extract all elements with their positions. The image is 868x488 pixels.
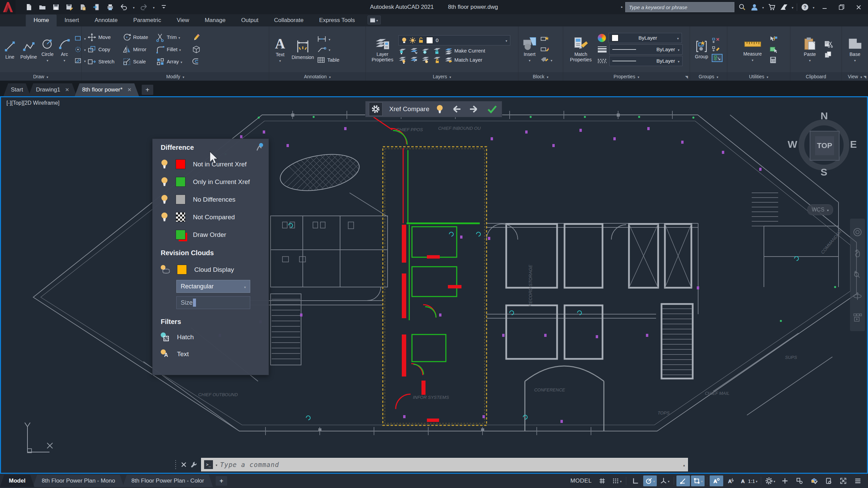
select-similar-button[interactable] [769, 46, 778, 53]
lineweight-caret[interactable] [678, 46, 679, 52]
autodesk-caret-icon[interactable] [792, 4, 793, 10]
erase-button[interactable] [192, 33, 201, 42]
layout-tab-mono[interactable]: 8th Floor Power Plan - Mono [33, 475, 124, 487]
grid-toggle[interactable] [595, 475, 609, 486]
utilities-panel-label[interactable]: Utilities [727, 72, 790, 81]
tab-annotate[interactable]: Annotate [87, 15, 125, 26]
stretch-button[interactable]: Stretch [87, 57, 115, 66]
tab-view[interactable]: View [169, 15, 197, 26]
restore-icon[interactable] [835, 2, 848, 12]
redo-icon[interactable] [139, 3, 148, 12]
customize-button[interactable] [851, 475, 865, 486]
modify-panel-label[interactable]: Modify [82, 72, 269, 81]
save-web-mobile-icon[interactable] [92, 3, 101, 12]
group-button[interactable]: Group [692, 28, 711, 71]
properties-dialog-launcher[interactable]: ◥ [685, 75, 688, 79]
search-expand-icon[interactable] [618, 6, 624, 8]
linetype-combo[interactable]: ByLayer [609, 56, 683, 66]
undo-caret-icon[interactable] [133, 4, 135, 10]
polar-tracking-toggle[interactable] [643, 475, 657, 486]
annotation-visibility-toggle[interactable]: A [710, 475, 723, 486]
accept-check-icon[interactable] [487, 105, 497, 114]
layer-freeze-tool-icon[interactable] [421, 47, 430, 55]
base-button[interactable]: Base [845, 28, 865, 71]
checker-swatch[interactable] [176, 212, 185, 222]
search-icon[interactable] [738, 3, 747, 12]
dimension-button[interactable]: Dimension [290, 28, 315, 71]
command-history-caret[interactable] [683, 462, 685, 468]
help-icon[interactable]: ? [801, 3, 809, 12]
move-button[interactable]: Move [87, 33, 115, 42]
edit-attributes-button[interactable] [540, 56, 552, 64]
close-tab-icon[interactable] [127, 86, 132, 93]
zoom-icon[interactable] [853, 270, 862, 280]
layer-combo-caret[interactable] [506, 37, 507, 43]
previous-diff-arrow-icon[interactable] [450, 105, 462, 113]
match-properties-button[interactable]: Match Properties [565, 28, 596, 71]
close-icon[interactable] [852, 2, 865, 12]
orbit-icon[interactable] [853, 291, 862, 301]
file-tab-active-doc[interactable]: 8th floor power* [75, 83, 139, 96]
cloud-color-swatch[interactable] [177, 265, 187, 274]
cloud-bulb-icon[interactable] [161, 265, 170, 274]
make-current-button[interactable]: Make Current [445, 47, 485, 55]
signin-caret-icon[interactable] [762, 4, 764, 10]
isometric-drafting-toggle[interactable] [658, 475, 671, 486]
pan-icon[interactable] [853, 249, 862, 258]
copy-clip-button[interactable] [824, 51, 833, 58]
linetype-caret[interactable] [678, 58, 679, 64]
command-grip-icon[interactable] [175, 460, 177, 470]
viewport-controls-label[interactable]: [-][Top][2D Wireframe] [6, 100, 59, 106]
new-icon[interactable] [24, 3, 33, 12]
array-button[interactable]: Array [156, 57, 182, 66]
tab-collaborate[interactable]: Collaborate [266, 15, 311, 26]
hardware-acceleration-button[interactable] [822, 475, 835, 486]
annotation-scale-button[interactable]: A1:1 [739, 475, 758, 486]
dim-style-button[interactable] [317, 35, 339, 43]
xref-settings-button[interactable] [369, 102, 382, 116]
showmotion-icon[interactable] [853, 313, 862, 322]
layout-tab-model[interactable]: Model [0, 475, 34, 487]
ribbon-display-toggle[interactable] [368, 16, 381, 24]
leader-button[interactable] [317, 46, 339, 53]
next-diff-arrow-icon[interactable] [469, 105, 480, 113]
viewcube-north[interactable]: N [821, 110, 828, 122]
object-snap-toggle[interactable] [691, 475, 705, 486]
annotation-panel-label[interactable]: Annotation [269, 72, 366, 81]
help-search-input[interactable]: Type a keyword or phrase [625, 2, 734, 12]
text-filter-icon[interactable] [161, 349, 170, 359]
text-button[interactable]: A Text [271, 28, 289, 71]
group-edit-button[interactable] [712, 45, 723, 52]
layer-lock-tool-icon[interactable] [433, 47, 441, 55]
table-button[interactable]: Table [317, 56, 339, 64]
open-web-mobile-icon[interactable] [79, 3, 87, 12]
object-snap-tracking-toggle[interactable] [676, 475, 690, 486]
cloud-size-input[interactable]: Size [176, 296, 250, 309]
file-tab-drawing1[interactable]: Drawing1 [28, 83, 77, 96]
measure-button[interactable]: Measure [740, 28, 766, 71]
layers-panel-label[interactable]: Layers [366, 72, 518, 81]
viewcube-south[interactable]: S [821, 166, 827, 178]
pin-icon[interactable] [256, 142, 264, 152]
hatch-filter-icon[interactable] [161, 332, 170, 342]
viewcube-west[interactable]: W [788, 139, 797, 150]
help-caret-icon[interactable] [813, 4, 814, 10]
plot-icon[interactable] [106, 3, 115, 12]
save-icon[interactable] [52, 3, 60, 12]
snap-toggle[interactable] [610, 475, 624, 486]
isolate-objects-button[interactable] [793, 475, 806, 486]
line-button[interactable]: Line [2, 28, 18, 71]
ortho-toggle[interactable] [629, 475, 642, 486]
file-tab-start[interactable]: Start [3, 83, 31, 96]
save-as-icon[interactable] [65, 3, 74, 12]
tab-output[interactable]: Output [233, 15, 266, 26]
viewcube-top-face[interactable]: TOP [810, 131, 840, 161]
command-customize-wrench-icon[interactable] [190, 461, 198, 468]
layer-thaw-tool-icon[interactable] [421, 56, 430, 64]
navigation-wheel-icon[interactable] [853, 227, 862, 237]
ungroup-button[interactable] [712, 37, 723, 44]
toggle-bulb-icon[interactable] [161, 160, 168, 169]
layer-unlock-tool-icon[interactable] [433, 56, 441, 64]
tab-home[interactable]: Home [26, 15, 57, 26]
units-button[interactable] [778, 475, 792, 486]
